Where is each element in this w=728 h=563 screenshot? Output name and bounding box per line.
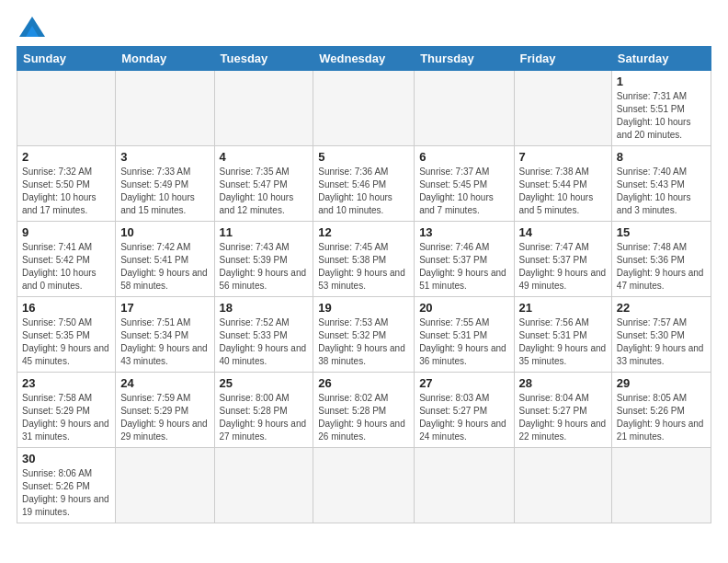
day-info: Sunrise: 7:40 AM Sunset: 5:43 PM Dayligh… <box>617 166 706 217</box>
day-info: Sunrise: 7:57 AM Sunset: 5:30 PM Dayligh… <box>617 316 706 368</box>
day-cell: 4Sunrise: 7:35 AM Sunset: 5:47 PM Daylig… <box>214 146 313 222</box>
day-number: 7 <box>519 150 607 164</box>
day-info: Sunrise: 8:05 AM Sunset: 5:26 PM Dayligh… <box>617 392 706 443</box>
day-number: 15 <box>617 225 706 239</box>
day-number: 6 <box>419 150 508 164</box>
day-cell: 19Sunrise: 7:53 AM Sunset: 5:32 PM Dayli… <box>313 297 415 373</box>
weekday-friday: Friday <box>514 47 611 71</box>
day-info: Sunrise: 7:50 AM Sunset: 5:35 PM Dayligh… <box>22 316 110 368</box>
day-info: Sunrise: 7:53 AM Sunset: 5:32 PM Dayligh… <box>318 316 409 368</box>
day-number: 9 <box>22 225 110 239</box>
day-info: Sunrise: 7:55 AM Sunset: 5:31 PM Dayligh… <box>419 316 508 368</box>
day-info: Sunrise: 7:45 AM Sunset: 5:38 PM Dayligh… <box>318 241 409 293</box>
day-number: 11 <box>220 225 309 239</box>
weekday-header-row: SundayMondayTuesdayWednesdayThursdayFrid… <box>17 47 711 71</box>
day-number: 10 <box>120 225 209 239</box>
day-number: 29 <box>617 376 706 390</box>
day-info: Sunrise: 8:02 AM Sunset: 5:28 PM Dayligh… <box>318 392 409 443</box>
day-info: Sunrise: 7:56 AM Sunset: 5:31 PM Dayligh… <box>519 316 607 368</box>
day-number: 3 <box>120 150 209 164</box>
day-cell: 10Sunrise: 7:42 AM Sunset: 5:41 PM Dayli… <box>116 222 214 297</box>
week-row-3: 16Sunrise: 7:50 AM Sunset: 5:35 PM Dayli… <box>17 297 711 373</box>
day-cell: 16Sunrise: 7:50 AM Sunset: 5:35 PM Dayli… <box>17 297 116 373</box>
day-cell: 28Sunrise: 8:04 AM Sunset: 5:27 PM Dayli… <box>514 373 611 448</box>
day-info: Sunrise: 8:04 AM Sunset: 5:27 PM Dayligh… <box>519 392 607 443</box>
header <box>17 17 711 37</box>
day-info: Sunrise: 8:00 AM Sunset: 5:28 PM Dayligh… <box>220 392 309 443</box>
day-info: Sunrise: 7:58 AM Sunset: 5:29 PM Dayligh… <box>22 392 110 443</box>
day-number: 5 <box>318 150 409 164</box>
day-number: 12 <box>318 225 409 239</box>
day-cell: 21Sunrise: 7:56 AM Sunset: 5:31 PM Dayli… <box>514 297 611 373</box>
day-info: Sunrise: 7:37 AM Sunset: 5:45 PM Dayligh… <box>419 166 508 217</box>
day-info: Sunrise: 7:43 AM Sunset: 5:39 PM Dayligh… <box>220 241 309 293</box>
day-cell: 26Sunrise: 8:02 AM Sunset: 5:28 PM Dayli… <box>313 373 415 448</box>
day-number: 18 <box>220 301 309 315</box>
weekday-thursday: Thursday <box>415 47 514 71</box>
day-number: 23 <box>22 376 110 390</box>
day-info: Sunrise: 7:41 AM Sunset: 5:42 PM Dayligh… <box>22 241 110 293</box>
day-cell <box>514 71 611 146</box>
day-cell: 15Sunrise: 7:48 AM Sunset: 5:36 PM Dayli… <box>611 222 711 297</box>
day-info: Sunrise: 7:31 AM Sunset: 5:51 PM Dayligh… <box>617 90 706 142</box>
logo <box>17 17 45 37</box>
day-cell <box>116 71 214 146</box>
day-cell: 20Sunrise: 7:55 AM Sunset: 5:31 PM Dayli… <box>415 297 514 373</box>
calendar-table: SundayMondayTuesdayWednesdayThursdayFrid… <box>17 46 711 523</box>
day-cell: 22Sunrise: 7:57 AM Sunset: 5:30 PM Dayli… <box>611 297 711 373</box>
day-number: 27 <box>419 376 508 390</box>
day-cell: 18Sunrise: 7:52 AM Sunset: 5:33 PM Dayli… <box>214 297 313 373</box>
day-cell: 14Sunrise: 7:47 AM Sunset: 5:37 PM Dayli… <box>514 222 611 297</box>
day-info: Sunrise: 7:59 AM Sunset: 5:29 PM Dayligh… <box>120 392 209 443</box>
day-info: Sunrise: 7:46 AM Sunset: 5:37 PM Dayligh… <box>419 241 508 293</box>
day-cell <box>214 448 313 523</box>
page: SundayMondayTuesdayWednesdayThursdayFrid… <box>0 0 728 563</box>
day-number: 21 <box>519 301 607 315</box>
day-cell: 9Sunrise: 7:41 AM Sunset: 5:42 PM Daylig… <box>17 222 116 297</box>
day-info: Sunrise: 8:03 AM Sunset: 5:27 PM Dayligh… <box>419 392 508 443</box>
day-cell: 23Sunrise: 7:58 AM Sunset: 5:29 PM Dayli… <box>17 373 116 448</box>
weekday-monday: Monday <box>116 47 214 71</box>
day-info: Sunrise: 8:06 AM Sunset: 5:26 PM Dayligh… <box>22 467 110 519</box>
day-cell <box>415 71 514 146</box>
day-cell: 29Sunrise: 8:05 AM Sunset: 5:26 PM Dayli… <box>611 373 711 448</box>
day-number: 25 <box>220 376 309 390</box>
day-cell: 6Sunrise: 7:37 AM Sunset: 5:45 PM Daylig… <box>415 146 514 222</box>
week-row-5: 30Sunrise: 8:06 AM Sunset: 5:26 PM Dayli… <box>17 448 711 523</box>
day-info: Sunrise: 7:32 AM Sunset: 5:50 PM Dayligh… <box>22 166 110 217</box>
day-cell: 5Sunrise: 7:36 AM Sunset: 5:46 PM Daylig… <box>313 146 415 222</box>
day-cell <box>116 448 214 523</box>
day-info: Sunrise: 7:48 AM Sunset: 5:36 PM Dayligh… <box>617 241 706 293</box>
day-cell: 2Sunrise: 7:32 AM Sunset: 5:50 PM Daylig… <box>17 146 116 222</box>
day-info: Sunrise: 7:36 AM Sunset: 5:46 PM Dayligh… <box>318 166 409 217</box>
day-cell <box>415 448 514 523</box>
weekday-tuesday: Tuesday <box>214 47 313 71</box>
day-number: 8 <box>617 150 706 164</box>
week-row-1: 2Sunrise: 7:32 AM Sunset: 5:50 PM Daylig… <box>17 146 711 222</box>
day-number: 4 <box>220 150 309 164</box>
day-number: 30 <box>22 452 110 465</box>
day-cell: 11Sunrise: 7:43 AM Sunset: 5:39 PM Dayli… <box>214 222 313 297</box>
day-cell: 24Sunrise: 7:59 AM Sunset: 5:29 PM Dayli… <box>116 373 214 448</box>
day-number: 19 <box>318 301 409 315</box>
day-info: Sunrise: 7:47 AM Sunset: 5:37 PM Dayligh… <box>519 241 607 293</box>
day-info: Sunrise: 7:35 AM Sunset: 5:47 PM Dayligh… <box>220 166 309 217</box>
day-cell <box>313 448 415 523</box>
day-cell <box>214 71 313 146</box>
day-number: 17 <box>120 301 209 315</box>
day-info: Sunrise: 7:33 AM Sunset: 5:49 PM Dayligh… <box>120 166 209 217</box>
day-cell: 30Sunrise: 8:06 AM Sunset: 5:26 PM Dayli… <box>17 448 116 523</box>
day-number: 16 <box>22 301 110 315</box>
weekday-wednesday: Wednesday <box>313 47 415 71</box>
day-cell <box>611 448 711 523</box>
day-number: 22 <box>617 301 706 315</box>
day-info: Sunrise: 7:38 AM Sunset: 5:44 PM Dayligh… <box>519 166 607 217</box>
day-cell: 13Sunrise: 7:46 AM Sunset: 5:37 PM Dayli… <box>415 222 514 297</box>
day-cell: 12Sunrise: 7:45 AM Sunset: 5:38 PM Dayli… <box>313 222 415 297</box>
day-cell: 7Sunrise: 7:38 AM Sunset: 5:44 PM Daylig… <box>514 146 611 222</box>
day-cell: 1Sunrise: 7:31 AM Sunset: 5:51 PM Daylig… <box>611 71 711 146</box>
day-number: 2 <box>22 150 110 164</box>
day-number: 28 <box>519 376 607 390</box>
day-info: Sunrise: 7:51 AM Sunset: 5:34 PM Dayligh… <box>120 316 209 368</box>
day-number: 14 <box>519 225 607 239</box>
